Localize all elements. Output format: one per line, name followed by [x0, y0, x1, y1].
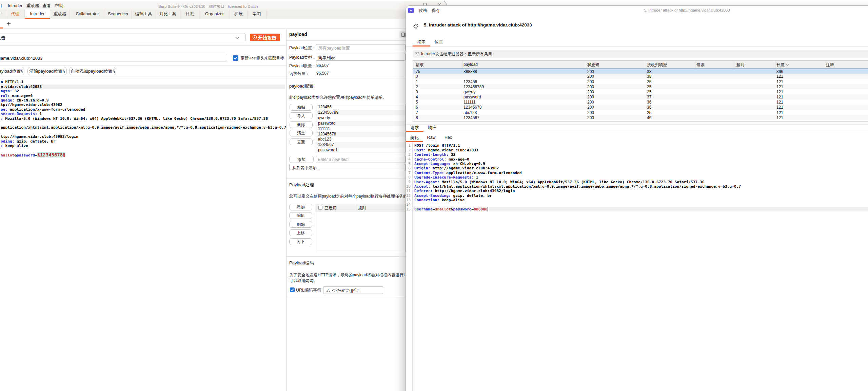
main-tab-编码工具[interactable]: 编码工具 [132, 10, 156, 19]
editor-line-9: User-Agent: Mozilla/5.0 (Windows NT 10.0… [414, 180, 741, 184]
editor-line-4: Cache-Control: max-age=0 [414, 157, 741, 162]
payload-item[interactable]: 1234567 [315, 142, 405, 148]
payload-item[interactable]: 12345678 [315, 132, 405, 137]
attack-request-editor[interactable]: 123456789101112131415 POST /login HTTP/1… [406, 143, 868, 391]
target-value: http://hgame.vidar.club:42033 [0, 56, 43, 61]
payload-item[interactable]: 123456789 [315, 110, 405, 115]
main-tab-代理[interactable]: 代理 [6, 10, 25, 19]
panel-collapse-button[interactable] [399, 31, 406, 38]
payload-list-button-删除[interactable]: 删除 [290, 121, 313, 128]
main-tab-目标[interactable]: 目标 [0, 10, 6, 19]
col-header-请求[interactable]: 请求 [416, 62, 424, 68]
col-header-状态码[interactable]: 状态码 [587, 62, 599, 68]
processing-button-3[interactable]: 上移 [289, 229, 312, 236]
table-row-4[interactable]: 4password20037121 [413, 94, 868, 99]
update-host-label: 更新Host报头来匹配目标 [241, 56, 284, 61]
payload-list-button-粘贴[interactable]: 粘贴 [290, 104, 313, 111]
main-tab-日志[interactable]: 日志 [180, 10, 199, 19]
rules-enabled-checkbox[interactable] [318, 206, 322, 210]
main-tab-对比工具[interactable]: 对比工具 [156, 10, 180, 19]
table-row-8[interactable]: 8123456720046121 [413, 115, 868, 120]
menu-item-帮助[interactable]: 帮助 [55, 3, 63, 9]
payload-item[interactable]: 123456 [315, 105, 405, 110]
processing-button-1[interactable]: 编辑 [289, 212, 312, 219]
main-tab-Sequencer[interactable]: Sequencer [105, 10, 132, 19]
results-table[interactable]: 请求payload状态码接收到响应错误超时长度注释 75888888200333… [413, 60, 868, 122]
main-tab-Organizer[interactable]: Organizer [199, 10, 230, 19]
position-button-1[interactable]: 清除payload位置§ [27, 67, 67, 75]
position-button-0[interactable]: 添加payload位置§ [0, 67, 24, 75]
table-row-6[interactable]: 61234567820036121 [413, 105, 868, 110]
col-header-接收到响应[interactable]: 接收到响应 [647, 62, 667, 68]
request-count-label: 请求数量： [289, 71, 310, 77]
table-row-5[interactable]: 511111120036121 [413, 99, 868, 105]
main-tab-重放器[interactable]: 重放器 [50, 10, 70, 19]
add-item-input[interactable]: Enter a new item [316, 156, 406, 163]
table-row-1[interactable]: 112345620025121 [413, 79, 868, 84]
cell-length: 121 [776, 95, 783, 99]
menu-item-查看[interactable]: 查看 [42, 3, 51, 9]
payload-list-button-去重[interactable]: 去重 [290, 138, 313, 145]
cell-status: 200 [587, 69, 594, 74]
target-input[interactable]: http://hgame.vidar.club:42033 [0, 54, 227, 61]
position-button-2[interactable]: 自动添加payload位置§ [69, 67, 116, 75]
subtab-selected-underline[interactable] [0, 27, 3, 29]
processing-button-0[interactable]: 添加 [289, 204, 312, 210]
processing-rules-table[interactable]: 已启用 规则 [315, 204, 406, 252]
tab-results[interactable]: 结果 [413, 39, 430, 46]
url-encode-input[interactable]: ./\=<>?+&*;:"{}|^`# [323, 286, 383, 294]
table-row-3[interactable]: 3qwerty20025121 [413, 89, 868, 94]
tab-response[interactable]: 响应 [423, 125, 441, 131]
cell-payload: abc123 [463, 110, 477, 115]
add-item-button[interactable]: 添加 [289, 156, 314, 163]
col-header-超时[interactable]: 超时 [736, 62, 745, 68]
payload-item[interactable]: qwerty [315, 115, 405, 121]
menu-item-重放器[interactable]: 重放器 [26, 3, 39, 9]
main-tab-学习[interactable]: 学习 [248, 10, 267, 19]
payload-list-button-清空[interactable]: 清空 [290, 130, 313, 136]
col-header-注释[interactable]: 注释 [826, 62, 834, 68]
processing-button-2[interactable]: 删除 [289, 221, 312, 228]
table-row-75[interactable]: 7588888820033366 [413, 69, 868, 74]
results-table-header: 请求payload状态码接收到响应错误超时长度注释 [413, 61, 868, 69]
main-tab-Collaborator[interactable]: Collaborator [70, 10, 105, 19]
table-row-2[interactable]: 212345678920025121 [413, 84, 868, 89]
add-from-list-select[interactable]: 从列表中添加... [289, 164, 406, 171]
payload-list[interactable]: 123456123456789qwertypassword11111112345… [315, 104, 406, 152]
editor-line-13: Referer: http://hgame.vidar.club:43982/l… [1, 134, 286, 139]
attack-type-select[interactable]: 狙击手攻击 [0, 34, 245, 41]
positions-request-editor[interactable]: POST /login HTTP/1.1Host: hgame.vidar.cl… [1, 80, 286, 391]
payload-type-label: Payload类型： [289, 55, 316, 60]
menu-item-project[interactable]: 项目 [0, 3, 2, 9]
results-filter-bar[interactable]: Intruder攻击结果过滤器：显示所有条目 [413, 50, 868, 58]
url-encode-checkbox[interactable] [290, 287, 295, 292]
cell-length: 121 [776, 100, 783, 105]
payload-item[interactable]: password1 [315, 148, 405, 152]
col-header-长度[interactable]: 长度 [776, 62, 785, 68]
tab-raw[interactable]: Raw [423, 135, 440, 142]
start-attack-button[interactable]: 开始攻击 [250, 34, 280, 41]
editor-line-3: Content-Length: 32 [1, 89, 286, 93]
payload-type-select[interactable]: 简单列表 [316, 54, 406, 61]
payload-list-button-导入[interactable]: 导入 [290, 112, 313, 119]
cell-received: 25 [647, 85, 651, 89]
payload-item[interactable]: password [315, 121, 405, 126]
payload-set-input[interactable]: 所有payload位置 [316, 44, 406, 51]
main-tab-扩展[interactable]: 扩展 [230, 10, 248, 19]
cell-request: 4 [416, 95, 418, 99]
payload-item[interactable]: 111111 [315, 126, 405, 132]
payload-config-title: payload配置 [289, 83, 314, 89]
main-tab-Intruder[interactable]: Intruder [25, 10, 50, 19]
col-header-payload[interactable]: payload [463, 62, 478, 67]
table-row-0[interactable]: 020038121 [413, 74, 868, 79]
update-host-checkbox[interactable] [233, 55, 238, 61]
editor-line-2: Host: hgame.vidar.club:42033 [414, 148, 741, 152]
tab-positions[interactable]: 位置 [430, 39, 447, 46]
payload-item[interactable]: abc123 [315, 137, 405, 142]
processing-button-4[interactable]: 向下 [289, 238, 312, 245]
tab-hex[interactable]: Hex [440, 135, 457, 142]
col-header-错误[interactable]: 错误 [696, 62, 705, 68]
add-tab-icon[interactable] [6, 21, 11, 26]
menu-item-intruder[interactable]: Intruder [8, 3, 22, 9]
table-row-7[interactable]: 7abc12320025121 [413, 110, 868, 115]
